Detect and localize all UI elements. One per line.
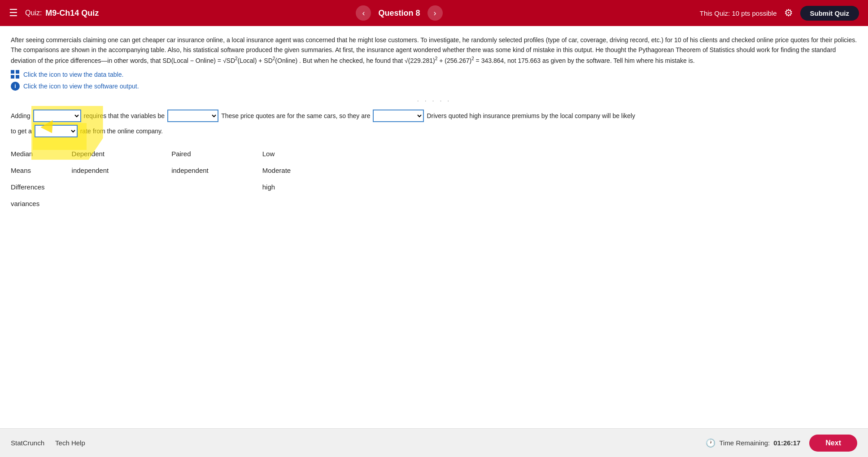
list-column-1: Median Means Differences variances	[11, 146, 45, 211]
info-icon: i	[11, 82, 20, 91]
dropdown4-container: Low Moderate high	[35, 125, 78, 137]
sentence-row-1: Adding Median Means Differences variance…	[11, 110, 857, 122]
option-median[interactable]: Median	[11, 146, 45, 161]
dropdown1-container: Median Means Differences variances	[33, 110, 81, 122]
sentence-row-2: to get a Low Moderate high rate from the…	[11, 125, 857, 137]
option-independent-1[interactable]: independent	[72, 163, 109, 178]
to-get-a-label: to get a	[11, 125, 32, 137]
list-column-4: Low Moderate high	[262, 146, 291, 211]
divider-dots: · · · · ·	[417, 97, 451, 105]
option-high[interactable]: high	[262, 180, 291, 194]
question-label: Question 8	[378, 9, 420, 18]
dropdown3-select[interactable]: Paired independent	[373, 110, 424, 122]
dropdown4-select[interactable]: Low Moderate high	[35, 125, 78, 137]
data-table-link[interactable]: Click the icon to view the data table.	[11, 70, 857, 79]
footer-links: StatCrunch Tech Help	[11, 439, 85, 447]
stat-crunch-link[interactable]: StatCrunch	[11, 439, 44, 447]
fill-area: Adding Median Means Differences variance…	[11, 110, 857, 211]
next-question-button[interactable]: ›	[427, 5, 443, 21]
clock-icon: 🕐	[706, 438, 715, 448]
quiz-label: Quiz:	[25, 9, 42, 17]
option-means[interactable]: Means	[11, 163, 45, 178]
data-table-link-text: Click the icon to view the data table.	[23, 71, 123, 78]
dropdown2-select[interactable]: Dependent independent	[167, 110, 218, 122]
tech-help-link[interactable]: Tech Help	[55, 439, 85, 447]
next-button[interactable]: Next	[809, 435, 857, 452]
submit-quiz-button[interactable]: Submit Quiz	[800, 6, 859, 21]
time-remaining: 🕐 Time Remaining: 01:26:17	[706, 438, 800, 448]
divider: · · · · ·	[11, 97, 857, 105]
footer: StatCrunch Tech Help 🕐 Time Remaining: 0…	[0, 428, 868, 457]
software-output-link[interactable]: i Click the icon to view the software ou…	[11, 82, 857, 91]
option-variances[interactable]: variances	[11, 196, 45, 211]
time-remaining-label: Time Remaining:	[719, 439, 770, 447]
option-dependent[interactable]: Dependent	[72, 146, 109, 161]
main-content: After seeing commercials claiming one ca…	[0, 26, 868, 428]
quiz-pts-label: This Quiz: 10 pts possible	[700, 9, 777, 17]
gear-icon[interactable]: ⚙	[784, 7, 793, 19]
rate-from-label: rate from the online company.	[80, 125, 163, 137]
menu-icon[interactable]: ☰	[9, 7, 18, 19]
time-remaining-value: 01:26:17	[773, 439, 800, 447]
adding-label: Adding	[11, 110, 31, 122]
option-differences[interactable]: Differences	[11, 180, 45, 194]
header-center: ‹ Question 8 ›	[99, 5, 700, 21]
question-paragraph: After seeing commercials claiming one ca…	[11, 35, 857, 66]
footer-right: 🕐 Time Remaining: 01:26:17 Next	[706, 435, 857, 452]
prev-question-button[interactable]: ‹	[356, 5, 371, 21]
software-output-link-text: Click the icon to view the software outp…	[23, 83, 139, 90]
icon-links: Click the icon to view the data table. i…	[11, 70, 857, 91]
option-paired[interactable]: Paired	[171, 146, 209, 161]
option-moderate[interactable]: Moderate	[262, 163, 291, 178]
header-right: This Quiz: 10 pts possible ⚙ Submit Quiz	[700, 6, 859, 21]
requires-label: requires that the variables be	[84, 110, 165, 122]
these-price-label: These price quotes are for the same cars…	[221, 110, 370, 122]
dropdown-lists-display: Median Means Differences variances Depen…	[11, 146, 857, 211]
list-column-2: Dependent independent	[72, 146, 109, 211]
drivers-quoted-label: Drivers quoted high insurance premiums b…	[427, 110, 635, 122]
dropdown1-select[interactable]: Median Means Differences variances	[33, 110, 81, 122]
quiz-name: M9-Ch14 Quiz	[45, 9, 99, 18]
table-icon	[11, 70, 20, 79]
list-column-3: Paired independent	[171, 146, 209, 211]
option-independent-2[interactable]: independent	[171, 163, 209, 178]
option-low[interactable]: Low	[262, 146, 291, 161]
header: ☰ Quiz: M9-Ch14 Quiz ‹ Question 8 › This…	[0, 0, 868, 26]
